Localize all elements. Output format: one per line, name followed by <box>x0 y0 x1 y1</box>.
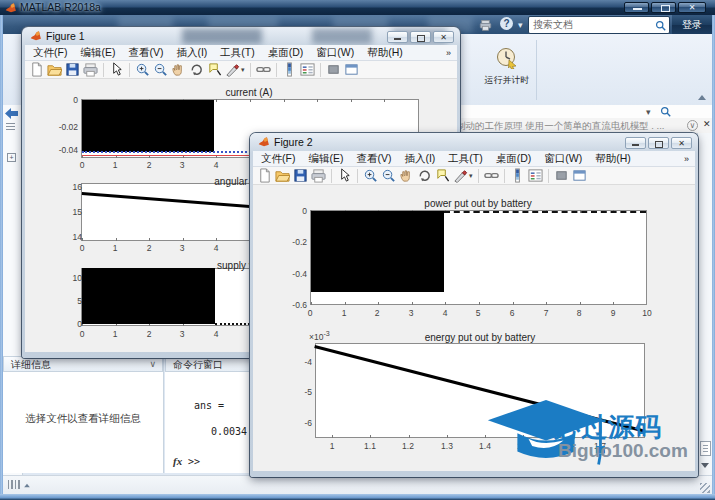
zoom-in-icon[interactable] <box>135 62 150 77</box>
tick-label: 2 <box>147 329 152 339</box>
doc-search-input[interactable]: 搜索文档 <box>528 16 670 34</box>
back-arrow-icon[interactable] <box>5 108 18 119</box>
new-figure-icon[interactable] <box>257 168 272 183</box>
menu-overflow-icon[interactable]: » <box>684 154 689 164</box>
figure1-maximize-button[interactable] <box>410 31 431 43</box>
current-oscillation-band <box>82 100 214 152</box>
zoom-out-icon[interactable] <box>153 62 168 77</box>
main-minimize-button[interactable] <box>624 2 649 13</box>
save-icon[interactable] <box>65 62 80 77</box>
menu-desktop[interactable]: 桌面(D) <box>268 46 304 60</box>
menu-insert[interactable]: 插入(I) <box>404 152 435 166</box>
zoom-in-icon[interactable] <box>363 168 378 183</box>
insert-legend-icon[interactable] <box>528 168 543 183</box>
figure2-minimize-button[interactable] <box>625 137 646 149</box>
menu-view[interactable]: 查看(V) <box>356 152 391 166</box>
matlab-desktop: MATLAB R2018a ✕ ? ▾ 搜索文档 登录 运行并计时 ▾ 制动的工… <box>0 0 715 500</box>
menu-file[interactable]: 文件(F) <box>33 46 67 60</box>
open-file-icon[interactable] <box>275 168 290 183</box>
menu-help[interactable]: 帮助(H) <box>367 46 403 60</box>
tick-label: 9 <box>611 308 616 318</box>
print-icon[interactable] <box>83 62 98 77</box>
resize-grip[interactable] <box>700 483 710 493</box>
quick-access-dropdown-icon[interactable]: ▾ <box>518 20 523 30</box>
brush-icon[interactable] <box>453 168 468 183</box>
menu-edit[interactable]: 编辑(E) <box>308 152 343 166</box>
power-oscillation-band <box>311 211 444 292</box>
tick-label: 16 <box>48 182 82 192</box>
run-and-time-button[interactable]: 运行并计时 <box>484 47 530 102</box>
menu-desktop[interactable]: 桌面(D) <box>496 152 532 166</box>
menu-edit[interactable]: 编辑(E) <box>80 46 115 60</box>
tick-label: 5 <box>48 296 82 306</box>
main-maximize-button[interactable] <box>651 2 676 13</box>
login-button[interactable]: 登录 <box>672 15 712 34</box>
collapse-toolstrip-icon[interactable] <box>698 95 706 100</box>
figure1-title: Figure 1 <box>46 30 85 42</box>
figure2-maximize-button[interactable] <box>648 137 669 149</box>
figure1-close-button[interactable]: ✕ <box>433 31 454 43</box>
pan-hand-icon[interactable] <box>399 168 414 183</box>
power-after-line <box>444 211 646 213</box>
banner-close-icon[interactable]: ✕ <box>703 119 711 129</box>
help-icon[interactable]: ? <box>500 17 513 30</box>
menu-tools[interactable]: 工具(T) <box>220 46 254 60</box>
save-icon[interactable] <box>293 168 308 183</box>
menu-tools[interactable]: 工具(T) <box>448 152 482 166</box>
data-cursor-icon[interactable] <box>207 62 222 77</box>
figure1-minimize-button[interactable] <box>387 31 408 43</box>
menu-view[interactable]: 查看(V) <box>128 46 163 60</box>
data-cursor-icon[interactable] <box>435 168 450 183</box>
zoom-out-icon[interactable] <box>381 168 396 183</box>
open-file-icon[interactable] <box>47 62 62 77</box>
address-dropdown-icon[interactable]: ▾ <box>646 107 651 117</box>
menu-help[interactable]: 帮助(H) <box>595 152 631 166</box>
brush-icon[interactable] <box>225 62 240 77</box>
menu-overflow-icon[interactable]: » <box>446 48 451 58</box>
link-plot-icon[interactable] <box>484 168 499 183</box>
pan-hand-icon[interactable] <box>171 62 186 77</box>
search-icon[interactable] <box>655 20 666 31</box>
menu-window[interactable]: 窗口(W) <box>316 46 354 60</box>
tick-label: 1.3 <box>441 441 453 451</box>
figure2-close-button[interactable]: ✕ <box>671 137 692 149</box>
hide-plot-tools-icon[interactable] <box>554 168 569 183</box>
insert-colorbar-icon[interactable] <box>282 62 297 77</box>
menu-file[interactable]: 文件(F) <box>261 152 295 166</box>
rotate3d-icon[interactable] <box>417 168 432 183</box>
insert-legend-icon[interactable] <box>300 62 315 77</box>
expand-tree-icon[interactable]: + <box>7 153 16 162</box>
tick-label: -0.02 <box>44 122 78 132</box>
link-plot-icon[interactable] <box>256 62 271 77</box>
details-collapse-icon[interactable]: ∨ <box>149 357 156 372</box>
hamburger-icon[interactable] <box>6 123 15 130</box>
tick-label: -4 <box>278 357 312 367</box>
plot-title: power put out by battery <box>424 198 531 209</box>
show-plot-tools-icon[interactable] <box>572 168 587 183</box>
banner-expand-icon[interactable]: ∨ <box>687 120 698 131</box>
rotate3d-icon[interactable] <box>189 62 204 77</box>
details-panel-header[interactable]: 详细信息 ∨ <box>3 356 163 372</box>
edit-cursor-icon[interactable] <box>337 168 352 183</box>
quick-print-icon[interactable] <box>479 19 492 31</box>
command-prompt[interactable]: >> <box>188 456 200 467</box>
minimized-panel-icon[interactable] <box>8 480 20 489</box>
show-plot-tools-icon[interactable] <box>344 62 359 77</box>
tick-label: 3 <box>409 308 414 318</box>
brush-dropdown-icon[interactable]: ▾ <box>469 172 473 180</box>
edit-cursor-icon[interactable] <box>109 62 124 77</box>
menu-insert[interactable]: 插入(I) <box>176 46 207 60</box>
menu-window[interactable]: 窗口(W) <box>544 152 582 166</box>
minimize-icon <box>633 8 642 10</box>
tick-label: -0.6 <box>273 300 307 310</box>
help-banner-text: 制动的工作原理 使用一个简单的直流电机模型 . ... <box>456 120 664 133</box>
brush-dropdown-icon[interactable]: ▾ <box>241 66 245 74</box>
restore-panel-icon[interactable] <box>24 484 30 488</box>
details-panel: 详细信息 ∨ 选择文件以查看详细信息 <box>3 356 164 473</box>
address-search-icon[interactable] <box>660 106 671 117</box>
print-icon[interactable] <box>311 168 326 183</box>
hide-plot-tools-icon[interactable] <box>326 62 341 77</box>
insert-colorbar-icon[interactable] <box>510 168 525 183</box>
new-figure-icon[interactable] <box>29 62 44 77</box>
main-close-button[interactable]: ✕ <box>678 2 706 13</box>
